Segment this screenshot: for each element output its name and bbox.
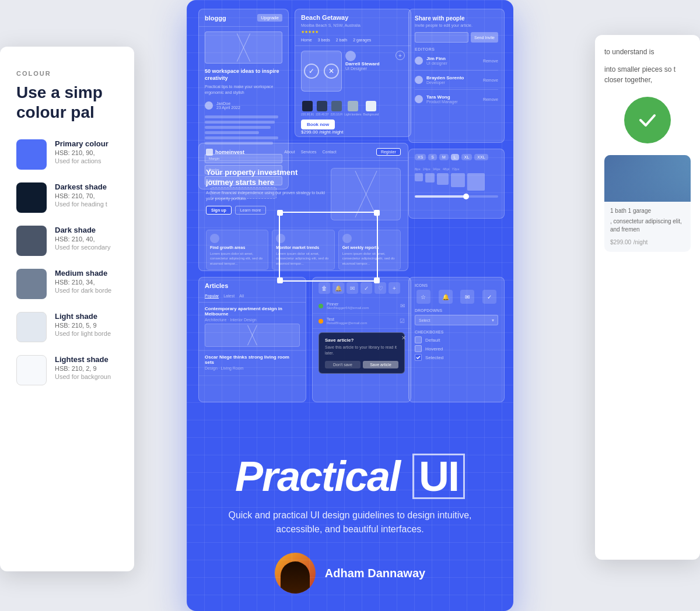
size-val-xl: 72px [452, 167, 459, 171]
color-dark: Dark shade HSB: 210, 40, Used for second… [16, 226, 118, 256]
online-dot [318, 304, 323, 308]
invest-hero: Your property investment journey starts … [199, 161, 408, 225]
reports-icon [342, 234, 352, 243]
airbnb-nav: Home 3 beds 2 bath 2 garages [295, 38, 411, 46]
trends-title: Monitor market trends [276, 245, 330, 250]
editor-3-details: Tara Wong Product Manager [426, 94, 458, 104]
logo-icon [206, 149, 213, 156]
check-icon: ✓ [304, 64, 319, 79]
slider-thumb[interactable] [463, 194, 469, 199]
check-x-icons: ✓ ✕ [304, 64, 339, 79]
heart-icon[interactable]: ♡ [374, 282, 386, 294]
host-avatar [345, 51, 356, 61]
color-lightest: Lightest shade HSB: 210, 2, 9 Used for b… [16, 355, 118, 385]
invest-navbar: homeinvest About Services Contact Regist… [199, 143, 408, 161]
dropdowns-section-label: Dropdowns [415, 308, 498, 312]
notification-icon[interactable]: 🔔 [332, 282, 344, 294]
register-button[interactable]: Register [376, 148, 401, 156]
book-now-button[interactable]: Book now [301, 120, 335, 129]
x-icon: ✕ [324, 64, 339, 79]
darkest-hsb: HSB: 210, 70, [55, 192, 107, 199]
icon-cell-mail: ✉ [459, 290, 477, 304]
share-title: Share with people [409, 9, 504, 23]
nav-contact[interactable]: Contact [322, 150, 336, 154]
mail-icon[interactable]: ✉ [346, 282, 358, 294]
icon-m [437, 173, 449, 185]
checkbox-hovered-label: Hovered [425, 346, 443, 352]
editor-3-name: Tara Wong [426, 94, 458, 100]
dark-hsb: HSB: 210, 40, [55, 236, 110, 243]
size-xl[interactable]: XL [461, 154, 473, 160]
text-line [205, 115, 278, 118]
add-button[interactable]: + [396, 51, 405, 60]
tab-popular[interactable]: Popular [205, 294, 219, 299]
close-modal-icon[interactable]: ✕ [401, 335, 406, 341]
articles-title: Articles [205, 282, 300, 289]
icon-cell-bell: 🔔 [437, 290, 454, 304]
shade-dark-box [317, 101, 327, 111]
lightest-info: Lightest shade HSB: 210, 2, 9 Used for b… [55, 355, 111, 380]
share-subtitle: Invite people to edit your article. [409, 23, 504, 32]
save-confirm-button[interactable]: Save article [363, 361, 398, 368]
heading-line1: Use a simp [16, 83, 103, 101]
checkbox-hovered-box[interactable] [415, 345, 422, 352]
size-slider[interactable] [415, 195, 498, 198]
property-image-overlay [604, 155, 691, 202]
signup-button[interactable]: Sign up [206, 206, 232, 215]
nav-about[interactable]: About [284, 150, 295, 154]
icons-section-label: Icons [415, 283, 498, 287]
size-xxl[interactable]: XXL [474, 154, 488, 160]
author-name: JanDoe [216, 101, 240, 106]
color-primary: Primary colour HSB: 210, 90, Used for ac… [16, 139, 118, 170]
remove-editor-3[interactable]: Remove [483, 97, 498, 101]
dropdown-select[interactable]: Select ▾ [415, 315, 498, 325]
size-m[interactable]: M [439, 154, 449, 160]
checkbox-hovered: Hovered [415, 345, 498, 352]
invest-text: Your property investment journey starts … [206, 168, 325, 220]
property-amenity: 1 bath 1 garage [610, 208, 685, 214]
remove-editor-1[interactable]: Remove [483, 59, 498, 63]
article-2-meta: Design · Living Room [205, 366, 300, 370]
checkbox-default-box[interactable] [415, 336, 422, 343]
tab-latest[interactable]: Latest [223, 294, 235, 299]
add-icon[interactable]: + [388, 282, 400, 294]
size-xs[interactable]: XS [415, 154, 426, 160]
size-s[interactable]: S [428, 154, 437, 160]
checkbox-selected-box[interactable] [415, 354, 422, 361]
growth-icon [210, 234, 219, 243]
invest-mockup: homeinvest About Services Contact Regist… [198, 143, 408, 271]
darkest-swatch [16, 182, 47, 213]
property-price: $299.00 /night [610, 237, 685, 246]
shade-light-label: Light borders [344, 113, 361, 116]
trends-text: Lorem ipsum dolor sit amet, consectetur … [276, 251, 330, 266]
tab-all[interactable]: All [239, 294, 244, 299]
blog-author-row: JanDoe 23 April 2022 [199, 99, 288, 112]
text-line [205, 131, 259, 134]
nav-services[interactable]: Services [301, 150, 317, 154]
email-input[interactable] [415, 32, 468, 43]
size-l[interactable]: L [451, 154, 459, 160]
trash-icon[interactable]: 🗑 [318, 282, 330, 294]
icon-cell-star: ☆ [415, 290, 432, 304]
shade-dark-label: 220,40,57 [316, 113, 328, 116]
shade-lightest: Background [363, 101, 379, 116]
lightest-hsb: HSB: 210, 2, 9 [55, 365, 111, 372]
medium-info: Medium shade HSB: 210, 34, Used for dark… [55, 269, 111, 294]
shade-light: Light borders [344, 101, 361, 116]
blog-header: bloggg Upgrade [199, 9, 288, 27]
checkbox-selected-label: Selected [425, 355, 443, 360]
save-desc: Save this article to your library to rea… [325, 345, 398, 356]
editor-1-details: Jim Finn UI designer [426, 56, 447, 65]
dont-save-button[interactable]: Don't save [325, 361, 360, 368]
editor-3-avatar [415, 95, 423, 103]
save-buttons: Don't save Save article [325, 361, 398, 368]
learn-more-button[interactable]: Learn more [235, 206, 267, 215]
property-desc: , consectetur adipiscing elit, and freme… [610, 217, 685, 234]
color-darkest: Darkest shade HSB: 210, 70, Used for hea… [16, 182, 118, 213]
check-icon[interactable]: ✓ [360, 282, 372, 294]
remove-editor-2[interactable]: Remove [483, 78, 498, 82]
dropdown-chevron-icon: ▾ [492, 318, 494, 323]
checkbox-selected: Selected [415, 354, 498, 361]
price-unit: /night [319, 129, 331, 135]
send-invite-button[interactable]: Send Invite [471, 32, 498, 43]
